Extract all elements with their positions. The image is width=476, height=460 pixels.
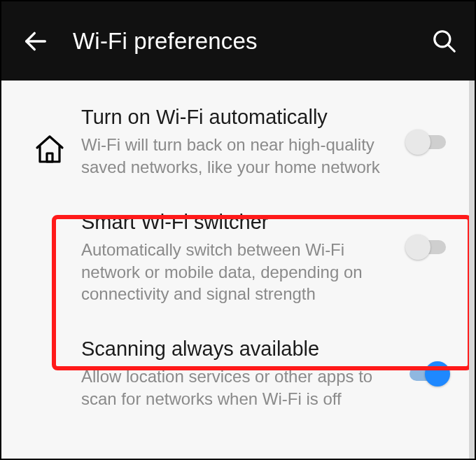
toggle-turn-on-wifi-automatically[interactable] (405, 130, 450, 155)
settings-list: Turn on Wi-Fi automatically Wi-Fi will t… (1, 81, 475, 425)
page-title: Wi-Fi preferences (73, 28, 428, 55)
arrow-left-icon (22, 27, 50, 55)
setting-title: Turn on Wi-Fi automatically (81, 104, 392, 130)
setting-description: Allow location services or other apps to… (81, 365, 392, 410)
home-icon (33, 132, 66, 166)
setting-title: Smart Wi-Fi switcher (81, 209, 392, 235)
back-button[interactable] (20, 25, 52, 57)
setting-description: Wi-Fi will turn back on near high-qualit… (81, 134, 392, 178)
setting-title: Scanning always available (81, 336, 392, 361)
settings-screen: Wi-Fi preferences Turn on Wi-Fi automati… (0, 0, 476, 460)
search-icon (431, 28, 458, 55)
svg-rect-3 (47, 153, 52, 162)
setting-description: Automatically switch between Wi-Fi netwo… (81, 239, 392, 305)
setting-scanning-always-available[interactable]: Scanning always available Allow location… (1, 321, 475, 426)
scrollbar[interactable] (469, 81, 475, 460)
toggle-scanning-always-available[interactable] (405, 361, 450, 386)
search-button[interactable] (428, 25, 461, 57)
toggle-smart-wifi-switcher[interactable] (405, 235, 450, 260)
app-bar: Wi-Fi preferences (1, 1, 475, 81)
setting-turn-on-wifi-automatically[interactable]: Turn on Wi-Fi automatically Wi-Fi will t… (1, 89, 475, 194)
svg-line-2 (448, 44, 455, 51)
setting-smart-wifi-switcher[interactable]: Smart Wi-Fi switcher Automatically switc… (1, 194, 475, 321)
